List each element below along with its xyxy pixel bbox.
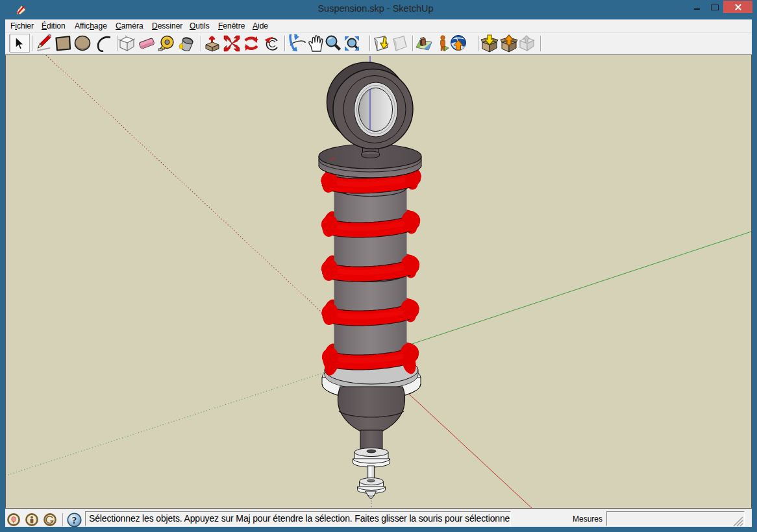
svg-text:?: ? (72, 515, 77, 526)
